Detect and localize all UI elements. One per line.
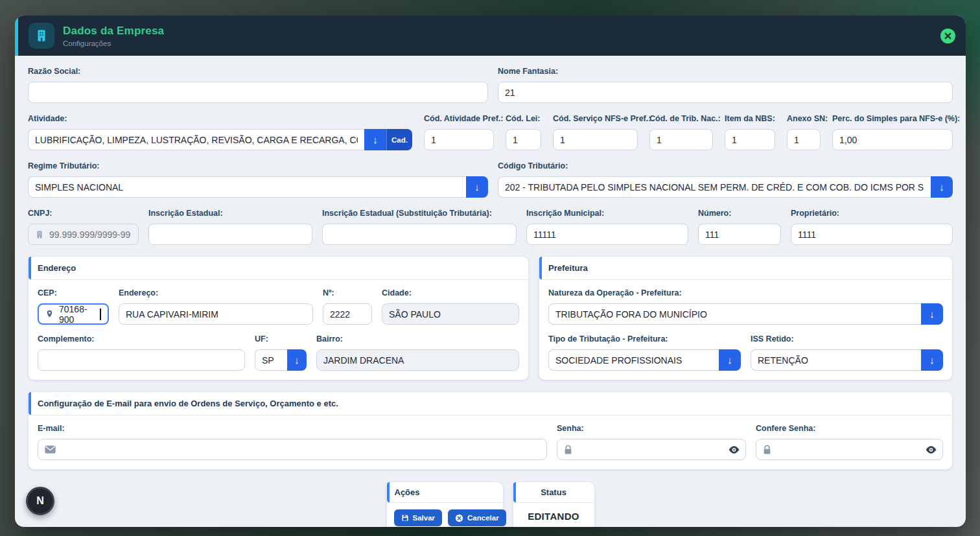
iss-retido-select[interactable]: RETENÇÃO (751, 349, 921, 371)
dialog-body: Razão Social: Nome Fantasia: Atividade: … (15, 56, 966, 527)
lock-icon (564, 445, 572, 455)
atividade-cad-button[interactable]: Cad. (386, 129, 412, 150)
atividade-label: Atividade: (28, 114, 412, 123)
building-small-icon (35, 230, 44, 239)
nome-fantasia-label: Nome Fantasia: (498, 67, 953, 76)
cod-atividade-pref-label: Cód. Atividade Pref.: (424, 114, 494, 123)
anexo-sn-input[interactable] (787, 129, 821, 150)
dialog-titles: Dados da Empresa Configurações (63, 25, 940, 47)
natureza-operacao-label: Natureza da Operação - Prefeitura: (548, 288, 943, 297)
senha-field[interactable] (557, 439, 746, 460)
cod-lei-label: Cód. Lei: (506, 114, 541, 123)
complemento-input[interactable] (38, 349, 245, 371)
cep-value: 70168-900 (59, 304, 95, 325)
atividade-dropdown-button[interactable]: ↓ (364, 129, 386, 150)
cancel-button-label: Cancelar (467, 514, 499, 522)
inscricao-estadual-st-label: Inscrição Estadual (Substituição Tributá… (322, 209, 517, 218)
tipo-tributacao-select[interactable]: SOCIEDADE PROFISSIONAIS (548, 349, 719, 371)
regime-tributario-select[interactable]: SIMPLES NACIONAL (28, 176, 466, 198)
endereco-card: Endereço CEP: 70168-900 (28, 256, 529, 380)
endereco-section-title: Endereço (29, 257, 528, 280)
uf-dropdown-button[interactable]: ↓ (287, 349, 307, 371)
inscricao-estadual-label: Inscrição Estadual: (148, 209, 312, 218)
bairro-label: Bairro: (316, 334, 519, 344)
perc-simples-input[interactable] (832, 129, 953, 150)
lock-icon (763, 445, 771, 455)
inscricao-estadual-st-input[interactable] (322, 224, 517, 245)
cod-servico-nfse-pref-input[interactable] (553, 129, 638, 150)
save-button-label: Salvar (413, 514, 436, 522)
inscricao-municipal-input[interactable] (526, 224, 688, 245)
tipo-tributacao-label: Tipo de Tributação - Prefeitura: (548, 334, 741, 344)
cancel-icon (455, 514, 463, 522)
cancel-button[interactable]: Cancelar (448, 509, 506, 526)
endereco-numero-label: Nº: (323, 288, 372, 297)
email-field[interactable] (38, 439, 547, 460)
building-icon (34, 29, 49, 43)
bairro-input[interactable] (316, 349, 519, 371)
chevron-down-icon: ↓ (939, 181, 944, 192)
page-title: Dados da Empresa (63, 25, 940, 38)
natureza-operacao-dropdown-button[interactable]: ↓ (921, 303, 943, 325)
proprietario-input[interactable] (791, 224, 953, 245)
cidade-input[interactable] (382, 303, 519, 325)
page-subtitle: Configurações (63, 40, 940, 47)
prefeitura-card: Prefeitura Natureza da Operação - Prefei… (539, 256, 953, 380)
cep-input[interactable]: 70168-900 (38, 303, 109, 325)
cod-trib-nac-input[interactable] (649, 129, 713, 150)
confere-senha-field[interactable] (756, 439, 943, 460)
inscricao-municipal-label: Inscrição Municipal: (526, 209, 688, 218)
regime-tributario-value: SIMPLES NACIONAL (35, 182, 123, 192)
cnpj-label: CNPJ: (28, 209, 139, 218)
iss-retido-value: RETENÇÃO (758, 355, 808, 366)
natureza-operacao-select[interactable]: TRIBUTAÇÃO FORA DO MUNICÍPIO (548, 303, 921, 325)
toggle-confere-senha-visibility-button[interactable] (926, 445, 937, 454)
endereco-label: Endereço: (119, 288, 313, 297)
cnpj-field[interactable] (28, 224, 139, 245)
eye-icon (729, 445, 740, 454)
tipo-tributacao-value: SOCIEDADE PROFISSIONAIS (555, 355, 682, 366)
item-nbs-input[interactable] (725, 129, 775, 150)
text-caret (100, 309, 101, 320)
tipo-tributacao-dropdown-button[interactable]: ↓ (719, 349, 741, 371)
toggle-senha-visibility-button[interactable] (729, 445, 740, 454)
prefeitura-section-title: Prefeitura (539, 257, 952, 280)
iss-retido-dropdown-button[interactable]: ↓ (921, 349, 943, 371)
proprietario-label: Proprietário: (791, 209, 953, 218)
atividade-value: LUBRIFICAÇÃO, LIMPEZA, LUSTRAÇÃO, REVISÃ… (35, 135, 358, 145)
endereco-input[interactable] (119, 303, 313, 325)
numero-label: Número: (698, 209, 781, 218)
senha-input[interactable] (578, 445, 739, 455)
email-label: E-mail: (38, 424, 547, 433)
save-icon (401, 514, 409, 522)
anexo-sn-label: Anexo SN: (787, 114, 821, 123)
confere-senha-input[interactable] (776, 445, 936, 455)
acoes-card: Ações Salvar (386, 482, 504, 527)
dados-da-empresa-dialog: Dados da Empresa Configurações Razão Soc… (15, 16, 966, 527)
razao-social-input[interactable] (28, 82, 488, 103)
cod-lei-input[interactable] (506, 129, 541, 150)
numero-input[interactable] (698, 224, 781, 245)
cnpj-input[interactable] (49, 229, 132, 240)
status-badge: EDITANDO (528, 511, 579, 522)
eye-icon (926, 445, 937, 454)
uf-select[interactable]: SP (255, 349, 287, 371)
nome-fantasia-input[interactable] (498, 82, 953, 103)
cod-atividade-pref-input[interactable] (424, 129, 494, 150)
email-input[interactable] (61, 445, 540, 455)
codigo-tributario-label: Código Tributário: (498, 161, 953, 170)
endereco-numero-input[interactable] (323, 303, 372, 325)
inscricao-estadual-input[interactable] (148, 224, 312, 245)
acoes-section-title: Ações (387, 482, 503, 503)
perc-simples-label: Perc. do Simples para NFS-e (%): (832, 114, 953, 123)
atividade-select[interactable]: LUBRIFICAÇÃO, LIMPEZA, LUSTRAÇÃO, REVISÃ… (28, 129, 364, 150)
floating-n-badge[interactable]: N (26, 487, 54, 515)
email-config-card: Configuração de E-mail para envio de Ord… (28, 391, 953, 470)
complemento-label: Complemento: (38, 334, 245, 344)
save-button[interactable]: Salvar (394, 509, 443, 526)
regime-tributario-dropdown-button[interactable]: ↓ (466, 176, 488, 198)
codigo-tributario-dropdown-button[interactable]: ↓ (931, 176, 953, 198)
close-button[interactable] (940, 29, 955, 43)
codigo-tributario-select[interactable]: 202 - TRIBUTADA PELO SIMPLES NACIONAL SE… (498, 176, 931, 198)
cep-label: CEP: (38, 288, 109, 297)
